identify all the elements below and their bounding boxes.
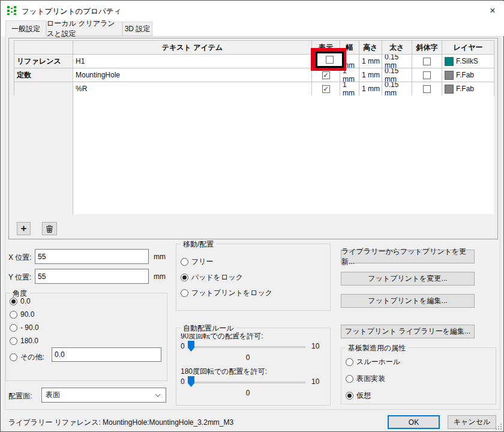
placement-side-select[interactable]: 表面 bbox=[41, 388, 166, 403]
radio-selected-icon bbox=[181, 274, 188, 281]
highlight-target bbox=[316, 52, 344, 68]
col-header-text-item: テキスト アイテム bbox=[73, 41, 312, 55]
cell-reference-text[interactable]: H1 bbox=[73, 55, 312, 68]
footprint-properties-dialog: フットプリントのプロパティ × 一般設定 ローカル クリアランスと設定 3D 設… bbox=[0, 0, 504, 432]
x-position-unit: mm bbox=[154, 253, 166, 261]
delete-text-item-button[interactable] bbox=[42, 222, 57, 235]
placement-side-label: 配置面: bbox=[8, 391, 32, 401]
col-header-thickness: 太さ bbox=[382, 41, 412, 55]
close-icon[interactable]: × bbox=[481, 2, 504, 19]
angle-radio-neg90[interactable]: - 90.0 bbox=[10, 323, 39, 332]
fab-radio-virtual[interactable]: 仮想 bbox=[346, 391, 371, 401]
angle-radio-0[interactable]: 0.0 bbox=[10, 297, 31, 305]
cell-value-thickness[interactable]: 0.15 mm bbox=[382, 68, 412, 82]
tab-local-clearance[interactable]: ローカル クリアランスと設定 bbox=[46, 22, 122, 36]
chevron-down-icon bbox=[155, 394, 161, 397]
radio-icon bbox=[10, 311, 17, 319]
radio-icon bbox=[10, 353, 17, 361]
rot180-value: 0 bbox=[190, 389, 305, 397]
radio-icon bbox=[181, 258, 188, 266]
rot180-label: 180度回転での配置を許可: bbox=[181, 367, 267, 377]
cell-pr-show[interactable]: ✓ bbox=[312, 82, 340, 96]
footprint-icon bbox=[7, 5, 17, 16]
rot180-min: 0 bbox=[181, 377, 185, 386]
italic-checkbox[interactable] bbox=[423, 85, 431, 93]
fab-radio-through-hole[interactable]: スルーホール bbox=[346, 357, 400, 367]
plus-icon: + bbox=[21, 223, 27, 235]
cell-pr-height[interactable]: 1 mm bbox=[359, 82, 382, 96]
edit-footprint-library-button[interactable]: フットプリント ライブラリーを編集... bbox=[341, 325, 475, 338]
move-place-title: 移動/配置 bbox=[181, 239, 216, 250]
layer-color-swatch bbox=[445, 57, 454, 66]
row-header-reference: リファレンス bbox=[14, 55, 73, 68]
show-checkbox[interactable]: ✓ bbox=[322, 71, 330, 79]
tab-general-settings[interactable]: 一般設定 bbox=[5, 20, 46, 37]
rot180-slider-track[interactable] bbox=[190, 382, 305, 383]
italic-checkbox[interactable] bbox=[423, 58, 431, 65]
col-header-height: 高さ bbox=[359, 41, 382, 55]
angle-radio-180[interactable]: 180.0 bbox=[10, 337, 38, 345]
y-position-input[interactable] bbox=[35, 269, 149, 284]
grid-rowheader-filler bbox=[14, 95, 73, 214]
cell-pr-width[interactable]: 1 mm bbox=[340, 82, 359, 96]
rot90-value: 0 bbox=[190, 353, 305, 362]
move-radio-lock-pads[interactable]: パッドをロック bbox=[181, 272, 243, 283]
italic-checkbox[interactable] bbox=[423, 71, 431, 79]
move-radio-free[interactable]: フリー bbox=[181, 257, 214, 267]
cell-value-text[interactable]: MountingHole bbox=[73, 68, 312, 82]
angle-radio-90[interactable]: 90.0 bbox=[10, 310, 34, 319]
cell-reference-layer[interactable]: F.SilkS bbox=[442, 55, 494, 68]
cell-pr-italic[interactable] bbox=[412, 82, 442, 96]
col-header-italic: 斜体字 bbox=[412, 41, 442, 55]
rot90-slider-track[interactable] bbox=[190, 346, 305, 348]
cell-value-height[interactable]: 1 mm bbox=[359, 68, 382, 82]
highlight-box bbox=[311, 48, 346, 71]
row-header-blank bbox=[14, 82, 73, 96]
text-items-table: テキスト アイテム 表示 幅 高さ 太さ 斜体字 レイヤー リファレンス H1 … bbox=[14, 40, 494, 96]
title-bar: フットプリントのプロパティ × bbox=[1, 1, 504, 19]
add-text-item-button[interactable]: + bbox=[17, 222, 31, 235]
cell-pr-text[interactable]: %R bbox=[73, 82, 312, 96]
radio-icon bbox=[346, 358, 353, 366]
fab-attributes-title: 基板製造用の属性 bbox=[346, 343, 408, 353]
y-position-label: Y 位置: bbox=[8, 272, 31, 283]
cell-reference-height[interactable]: 1 mm bbox=[359, 55, 382, 68]
x-position-input[interactable] bbox=[35, 249, 149, 264]
tab-3d-settings[interactable]: 3D 設定 bbox=[122, 22, 152, 36]
cell-value-italic[interactable] bbox=[412, 68, 442, 82]
show-checkbox-unchecked[interactable] bbox=[326, 56, 334, 64]
radio-icon bbox=[346, 375, 353, 383]
change-footprint-button[interactable]: フットプリントを変更... bbox=[341, 272, 475, 286]
radio-icon bbox=[10, 324, 17, 332]
y-position-unit: mm bbox=[154, 272, 166, 281]
rot180-max: 10 bbox=[311, 377, 319, 386]
cell-pr-layer[interactable]: F.Fab bbox=[442, 82, 494, 96]
radio-icon bbox=[10, 337, 17, 345]
edit-footprint-button[interactable]: フットプリントを編集... bbox=[341, 294, 475, 308]
show-checkbox[interactable]: ✓ bbox=[322, 85, 330, 93]
fab-radio-smd[interactable]: 表面実装 bbox=[346, 374, 385, 384]
rot90-max: 10 bbox=[311, 342, 319, 350]
grid-empty-area bbox=[73, 95, 494, 214]
layer-color-swatch bbox=[445, 71, 454, 80]
angle-radio-other[interactable]: その他: bbox=[10, 352, 44, 362]
ok-button[interactable]: OK bbox=[388, 415, 440, 429]
x-position-label: X 位置: bbox=[8, 253, 32, 263]
cell-reference-thickness[interactable]: 0.15 mm bbox=[382, 55, 412, 68]
radio-selected-icon bbox=[10, 298, 17, 305]
layer-color-swatch bbox=[445, 85, 454, 94]
library-reference-text: ライブラリー リファレンス: MountingHole:MountingHole… bbox=[8, 418, 233, 428]
angle-other-input[interactable] bbox=[52, 347, 161, 362]
cell-pr-thickness[interactable]: 0.15 mm bbox=[382, 82, 412, 96]
autoplace-title: 自動配置ルール bbox=[181, 323, 236, 334]
row-header-value: 定数 bbox=[14, 68, 73, 82]
radio-icon bbox=[181, 289, 188, 297]
radio-selected-icon bbox=[346, 392, 353, 400]
col-header-layer: レイヤー bbox=[442, 41, 494, 55]
cell-value-layer[interactable]: F.Fab bbox=[442, 68, 494, 82]
corner-header-cell bbox=[14, 41, 73, 55]
cancel-button[interactable]: キャンセル bbox=[448, 415, 496, 429]
update-footprint-button[interactable]: ライブラリーからフットプリントを更新... bbox=[341, 250, 475, 263]
cell-reference-italic[interactable] bbox=[412, 55, 442, 68]
move-radio-lock-footprint[interactable]: フットプリントをロック bbox=[181, 288, 272, 298]
